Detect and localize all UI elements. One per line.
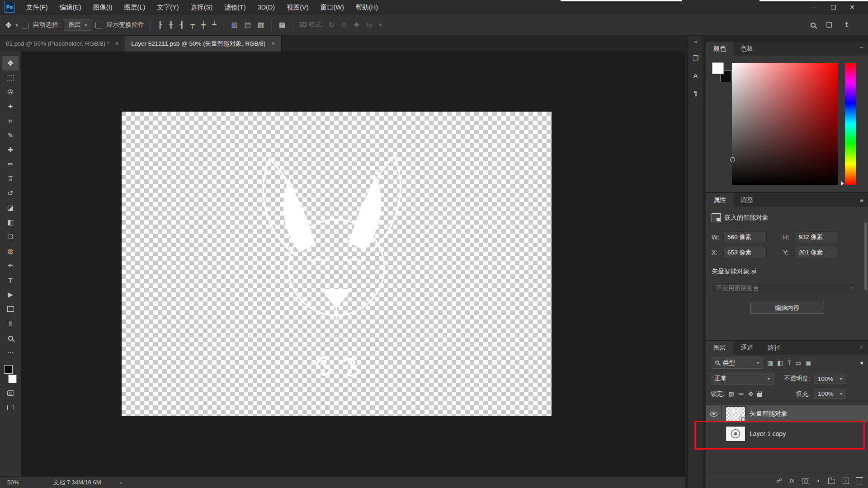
adjustment-layer-icon[interactable]: ◐	[817, 477, 821, 484]
eyedropper-tool[interactable]: ✎	[2, 128, 19, 143]
add-layer-mask-icon[interactable]	[802, 478, 809, 483]
tool-preset-caret-icon[interactable]: ▾	[15, 23, 18, 28]
align-horizontal-centers-icon[interactable]: ╂	[167, 21, 174, 29]
panel-menu-icon[interactable]: ≡	[855, 341, 868, 355]
delete-layer-icon[interactable]	[857, 479, 862, 484]
menu-filter[interactable]: 滤镜(T)	[218, 0, 252, 14]
close-button[interactable]: ✕	[843, 0, 862, 14]
properties-scrollbar[interactable]	[864, 222, 867, 290]
distribute-evenly-icon[interactable]: ▩	[278, 21, 287, 29]
quick-mask-button[interactable]	[2, 386, 19, 400]
menu-3d[interactable]: 3D(D)	[251, 0, 281, 14]
document-canvas[interactable]	[122, 112, 552, 416]
auto-select-target-dropdown[interactable]: 图层 ▾	[64, 19, 91, 31]
workspace-switcher-icon[interactable]: ❏	[825, 21, 833, 29]
canvas-area[interactable]	[21, 52, 685, 476]
y-field[interactable]: 201 像素	[795, 247, 838, 258]
photoshop-logo[interactable]: Ps	[4, 2, 15, 13]
foreground-color-swatch[interactable]	[4, 365, 13, 374]
background-color-swatch[interactable]	[8, 375, 17, 383]
search-icon[interactable]	[811, 23, 816, 28]
layer-comp-dropdown[interactable]: 不应用图层复合 ▾	[712, 282, 857, 294]
3d-scale-icon[interactable]: ⌖	[377, 21, 383, 29]
menu-edit[interactable]: 编辑(E)	[54, 0, 87, 14]
share-icon[interactable]: ↥	[842, 21, 851, 29]
quick-selection-tool[interactable]: ✦	[2, 99, 19, 114]
blend-mode-dropdown[interactable]: 正常 ▾	[711, 373, 774, 385]
lasso-tool[interactable]: ✇	[2, 85, 19, 99]
lock-position-icon[interactable]: ✥	[748, 390, 754, 398]
tab-channels[interactable]: 通道	[733, 341, 760, 355]
auto-select-checkbox[interactable]	[22, 22, 28, 28]
paragraph-panel-icon[interactable]: ¶	[693, 89, 697, 97]
menu-file[interactable]: 文件(F)	[20, 0, 54, 14]
layer-thumbnail[interactable]	[726, 426, 745, 441]
menu-image[interactable]: 图像(I)	[87, 0, 118, 14]
lock-transparent-pixels-icon[interactable]: ▨	[729, 390, 735, 398]
path-selection-tool[interactable]: ▶	[2, 287, 19, 302]
menu-select[interactable]: 选择(S)	[185, 0, 218, 14]
tab-color[interactable]: 颜色	[706, 42, 733, 56]
filter-adjustment-layers-icon[interactable]: ◧	[777, 359, 783, 366]
hue-slider[interactable]	[845, 63, 856, 185]
fill-field[interactable]: 100% ▾	[814, 389, 846, 399]
move-tool[interactable]: ✥	[2, 56, 19, 70]
pen-tool[interactable]: ✒	[2, 258, 19, 273]
distribute-spacing-icon[interactable]: ▦	[256, 21, 265, 29]
menu-view[interactable]: 视图(V)	[281, 0, 314, 14]
tab-properties[interactable]: 属性	[706, 193, 733, 207]
blur-tool[interactable]: ❍	[2, 230, 19, 244]
restore-button[interactable]	[824, 0, 843, 14]
saturation-brightness-field[interactable]	[732, 63, 838, 185]
filter-pixel-layers-icon[interactable]: ▦	[767, 359, 773, 366]
filter-type-layers-icon[interactable]: T	[787, 359, 791, 366]
minimize-button[interactable]: —	[805, 0, 824, 14]
expand-panels-button[interactable]: «	[694, 38, 697, 45]
layer-thumbnail[interactable]	[726, 406, 745, 422]
distribute-horizontal-icon[interactable]: ▤	[243, 21, 252, 29]
healing-brush-tool[interactable]: ✚	[2, 143, 19, 157]
close-tab-icon[interactable]: ✕	[115, 41, 119, 47]
type-tool[interactable]: T	[2, 273, 19, 287]
layer-name[interactable]: Layer 1 copy	[750, 430, 786, 437]
panel-menu-icon[interactable]: ≡	[855, 42, 868, 56]
menu-help[interactable]: 帮助(H)	[350, 0, 384, 14]
layer-filter-type-dropdown[interactable]: 类型 ▾	[711, 357, 763, 369]
hue-slider-marker[interactable]	[841, 181, 844, 186]
3d-slide-icon[interactable]: ⇆	[365, 21, 373, 29]
layer-visibility-toggle[interactable]	[706, 405, 722, 422]
opacity-field[interactable]: 100% ▾	[814, 374, 846, 384]
layer-row-vector-smart-object[interactable]: 矢量智能对象	[706, 405, 868, 422]
lock-all-icon[interactable]	[757, 393, 762, 397]
marquee-tool[interactable]	[2, 70, 19, 85]
layer-visibility-toggle[interactable]	[706, 425, 722, 442]
zoom-tool[interactable]	[2, 331, 19, 345]
tab-layers[interactable]: 图层	[706, 341, 733, 355]
width-field[interactable]: 560 像素	[723, 231, 767, 243]
align-bottom-edges-icon[interactable]: ┷	[211, 21, 218, 29]
edit-contents-button[interactable]: 编辑内容	[750, 302, 824, 314]
history-panel-icon[interactable]: ❐	[693, 54, 698, 62]
3d-orbit-icon[interactable]: ↻	[327, 21, 336, 29]
document-tab-layer-621211[interactable]: Layer 621211.psb @ 50% (矢量智能对象, RGB/8) ✕	[125, 36, 281, 52]
dodge-tool[interactable]: ◍	[2, 244, 19, 258]
clone-stamp-tool[interactable]: ♖	[2, 172, 19, 186]
tab-swatches[interactable]: 色板	[733, 42, 760, 56]
rectangle-tool[interactable]	[2, 302, 19, 316]
gradient-tool[interactable]: ◧	[2, 215, 19, 230]
menu-window[interactable]: 窗口(W)	[315, 0, 350, 14]
distribute-vertical-icon[interactable]: ▥	[230, 21, 239, 29]
document-tab-placeholder[interactable]: 01.psd @ 50% (Placeholder, RGB/8) * ✕	[0, 36, 125, 52]
eraser-tool[interactable]: ◪	[2, 201, 19, 215]
menu-type[interactable]: 文字(Y)	[151, 0, 184, 14]
hand-tool[interactable]: ✌	[2, 316, 19, 331]
edit-toolbar-ellipsis[interactable]: ⋯	[2, 345, 19, 360]
brush-tool[interactable]: ✏	[2, 157, 19, 172]
layer-name[interactable]: 矢量智能对象	[750, 410, 788, 418]
height-field[interactable]: 932 像素	[795, 231, 838, 243]
x-field[interactable]: 653 像素	[723, 247, 767, 258]
layer-style-icon[interactable]: fx	[790, 477, 794, 484]
layer-filter-toggle[interactable]: ●	[860, 359, 863, 366]
align-left-edges-icon[interactable]: ┠	[156, 21, 163, 29]
3d-pan-icon[interactable]: ✥	[352, 21, 361, 29]
